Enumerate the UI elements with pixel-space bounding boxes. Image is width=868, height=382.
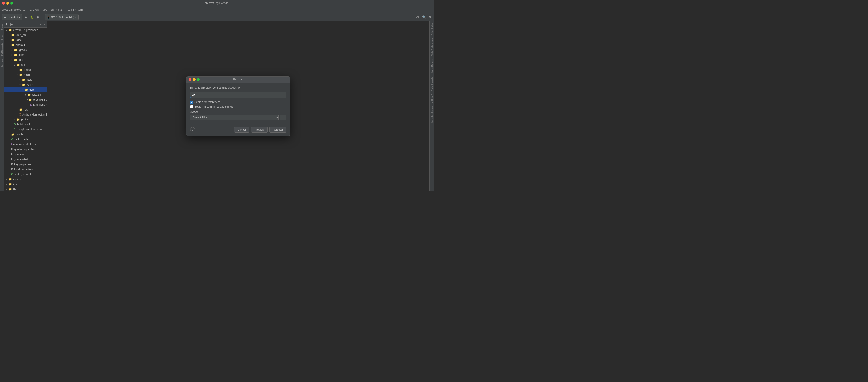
breadcrumb-item-0[interactable]: erestroSingleVender [2, 8, 26, 11]
maximize-button[interactable] [10, 2, 13, 4]
preview-button[interactable]: Preview [251, 127, 268, 133]
dialog-titlebar: Rename [186, 76, 290, 83]
breadcrumb-item-5[interactable]: kotlin [68, 8, 74, 11]
tree-item[interactable]: Fgradlew.bat [4, 157, 47, 162]
tree-label: .idea [16, 38, 22, 41]
breadcrumb-item-6[interactable]: com [78, 8, 83, 11]
search-refs-label: Search for references [194, 101, 220, 104]
tree-item[interactable]: Plocal.properties [4, 167, 47, 172]
scope-select[interactable]: Project Files [190, 115, 279, 121]
tree-item[interactable]: ▾📁main [4, 72, 47, 77]
folder-icon: 📁 [14, 49, 17, 52]
tree-item[interactable]: Pkey.properties [4, 162, 47, 167]
tree-item[interactable]: ›📁res [4, 107, 47, 112]
tree-label: wrteam [32, 93, 41, 96]
window-controls[interactable] [2, 2, 13, 4]
tree-item[interactable]: ›📁java [4, 77, 47, 82]
run-button[interactable]: ▶ [24, 15, 28, 20]
tree-item[interactable]: ›📁debug [4, 67, 47, 72]
dialog-close-button[interactable] [189, 78, 191, 81]
device-manager-icon[interactable]: Device Manager [430, 57, 434, 75]
flutter-inspector-icon[interactable]: Flutter Inspector [430, 75, 434, 92]
tree-item[interactable]: KMainActivity [4, 102, 47, 107]
git-label: Git: [416, 15, 421, 20]
dialog-max-button[interactable] [197, 78, 199, 81]
tree-item[interactable]: ▾📁android [4, 42, 47, 47]
folder-icon: 📁 [17, 63, 20, 66]
debug-button[interactable]: 🐛 [30, 15, 34, 20]
device-dropdown[interactable]: 📱 SM A205F (mobile) ▾ [45, 14, 79, 20]
tree-label: gradle.properties [14, 148, 35, 151]
dialog-title: Rename [233, 78, 243, 81]
flutter-outline-icon[interactable]: Flutter Outline [430, 21, 434, 37]
tree-item[interactable]: Fgradlew [4, 152, 47, 157]
rename-input[interactable] [190, 92, 286, 98]
settings-button[interactable]: ⚙ [428, 15, 432, 20]
tree-item[interactable]: Ierestro_android.iml [4, 142, 47, 147]
tree-item[interactable]: {}google-services.json [4, 127, 47, 132]
folder-icon: 📁 [11, 33, 14, 37]
folder-icon: 📁 [14, 58, 17, 62]
minimize-button[interactable] [6, 2, 9, 4]
panel-close-icon[interactable]: × [43, 23, 45, 26]
tree-label: MainActivity [33, 103, 47, 106]
tree-item[interactable]: ▾📁kotlin [4, 82, 47, 87]
tree-label: AndroidManifest.xml [22, 113, 47, 116]
search-button[interactable]: 🔍 [422, 15, 426, 20]
tree-item[interactable]: ›📁.idea [4, 37, 47, 42]
project-icon: 📁 [8, 29, 12, 32]
tree-item[interactable]: ▾📁com [4, 87, 47, 92]
project-panel-icon[interactable]: Project [0, 22, 4, 31]
tree-item[interactable]: Pgradle.properties [4, 147, 47, 152]
close-button[interactable] [2, 2, 5, 4]
tree-item[interactable]: ▾📁src [4, 62, 47, 67]
tree-item[interactable]: ›📁.dart_tool [4, 33, 47, 37]
tree-arrow: ▾ [5, 29, 8, 31]
coverage-button[interactable]: ◉ [35, 15, 40, 20]
tree-item[interactable]: ▾📁erestroSingleVender [4, 97, 47, 102]
folder-icon: 📁 [8, 178, 12, 181]
adb-wifi-icon[interactable]: ADB WiFi [430, 92, 434, 104]
tree-label: erestroSingleVender [33, 98, 47, 101]
dialog-min-button[interactable] [193, 78, 195, 81]
breadcrumb-item-1[interactable]: android [30, 8, 39, 11]
structure-icon[interactable]: Structure [0, 58, 4, 69]
cancel-button[interactable]: Cancel [234, 127, 249, 133]
search-refs-checkbox[interactable] [190, 101, 193, 103]
pull-requests-icon[interactable]: Pull Requests [0, 42, 4, 57]
tree-item[interactable]: ›📁lib [4, 187, 47, 191]
breadcrumb-item-3[interactable]: src [51, 8, 55, 11]
dialog-window-controls[interactable] [189, 78, 199, 81]
scope-more-button[interactable]: ... [280, 115, 286, 121]
tree-item[interactable]: ▾📁erestroSingleVender [4, 28, 47, 33]
dart-icon: ◆ [4, 15, 6, 19]
tree-item[interactable]: ›📁gradle [4, 132, 47, 137]
right-sidebar-icons: Flutter Outline Flutter Performance Devi… [430, 21, 434, 191]
tree-item[interactable]: ›📁.gradle [4, 47, 47, 53]
tree-item[interactable]: ›📁ios [4, 182, 47, 187]
commit-panel-icon[interactable]: Commit [0, 32, 4, 41]
search-comments-checkbox[interactable] [190, 105, 193, 108]
breadcrumb-item-4[interactable]: main [58, 8, 64, 11]
tree-item[interactable]: ›📁assets [4, 177, 47, 182]
tree-item[interactable]: ▾📁wrteam [4, 92, 47, 97]
refactor-button[interactable]: Refactor [270, 127, 286, 133]
tree-item[interactable]: ›📁profile [4, 117, 47, 122]
tree-item[interactable]: ›📁.idea [4, 53, 47, 57]
tree-item[interactable]: Gbuild.gradle [4, 122, 47, 127]
dialog-description: Rename directory 'com' and its usages to… [190, 86, 286, 89]
tree-item[interactable]: ▾📁app [4, 57, 47, 62]
help-button[interactable]: ? [190, 127, 195, 132]
tree-label: erestro_android.iml [13, 143, 36, 146]
tree-item[interactable]: XAndroidManifest.xml [4, 112, 47, 117]
file-icon: F [11, 158, 13, 161]
search-comments-label: Search in comments and strings [194, 105, 233, 108]
tree-item[interactable]: Gbuild.gradle [4, 137, 47, 142]
device-file-explorer-icon[interactable]: Device File Explorer [430, 104, 434, 125]
tree-label: assets [13, 178, 21, 181]
flutter-performance-icon[interactable]: Flutter Performance [430, 37, 434, 58]
panel-config-icon[interactable]: ⚙ [40, 23, 42, 26]
breadcrumb-item-2[interactable]: app [43, 8, 47, 11]
run-config-dropdown[interactable]: ◆ main.dart ▾ [2, 14, 22, 20]
tree-item[interactable]: Gsettings.gradle [4, 172, 47, 177]
